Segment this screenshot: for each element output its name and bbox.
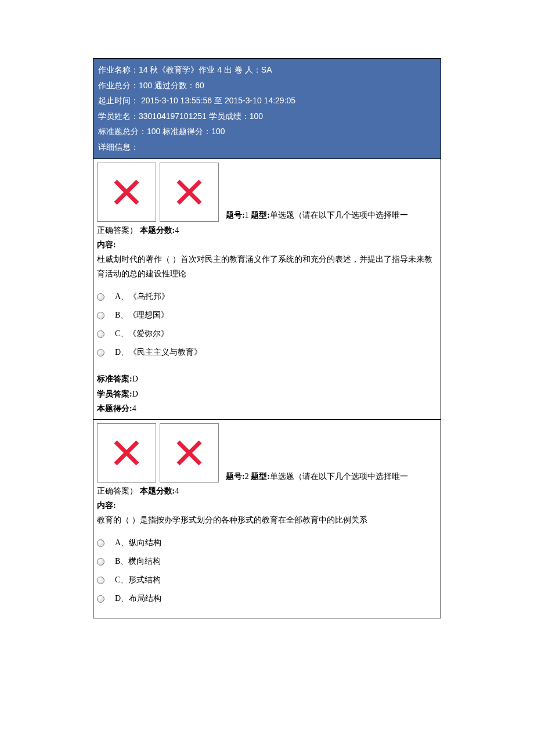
- stu-ans-label: 学员答案:: [97, 390, 132, 398]
- header-line-6: 详细信息：: [98, 139, 436, 155]
- qtype-text-part1: 单选题（请在以下几个选项中选择唯一: [270, 472, 408, 481]
- header-line-3: 起止时间： 2015-3-10 13:55:56 至 2015-3-10 14:…: [98, 93, 436, 109]
- qtype-label: 题型:: [249, 211, 270, 219]
- radio-icon: [97, 293, 104, 301]
- header-line-2: 作业总分：100 通过分数：60: [98, 78, 436, 93]
- content-text: 杜威划时代的著作（ ）首次对民主的教育涵义作了系统的和充分的表述，并提出了指导未…: [97, 252, 437, 281]
- qtype-text-part1: 单选题（请在以下几个选项中选择唯一: [270, 211, 408, 219]
- qscore: 4: [175, 226, 179, 235]
- question-meta-inline: 题号:2 题型:单选题（请在以下几个选项中选择唯一: [222, 469, 412, 484]
- option-label: B、横向结构: [115, 556, 161, 567]
- qscore: 4: [175, 487, 179, 495]
- image-row: 题号:2 题型:单选题（请在以下几个选项中选择唯一: [93, 420, 441, 484]
- option-label: D、《民主主义与教育》: [115, 347, 202, 358]
- assignment-container: 作业名称：14 秋《教育学》作业 4 出 卷 人：SA 作业总分：100 通过分…: [93, 58, 441, 618]
- assignment-header: 作业名称：14 秋《教育学》作业 4 出 卷 人：SA 作业总分：100 通过分…: [93, 59, 441, 159]
- content-label: 内容:: [97, 237, 437, 252]
- question-meta-wrap: 正确答案） 本题分数:4: [93, 223, 441, 237]
- options-list: A、《乌托邦》 B、《理想国》 C、《爱弥尔》 D、《民主主义与教育》: [93, 281, 441, 372]
- std-ans: D: [132, 375, 138, 383]
- question-content: 内容: 教育的（ ）是指按办学形式划分的各种形式的教育在全部教育中的比例关系: [93, 498, 441, 527]
- option-d[interactable]: D、布局结构: [97, 593, 437, 604]
- author-value: SA: [261, 65, 272, 74]
- image-row: 题号:1 题型:单选题（请在以下几个选项中选择唯一: [93, 159, 441, 223]
- qnum-label: 题号:: [226, 211, 245, 219]
- question-content: 内容: 杜威划时代的著作（ ）首次对民主的教育涵义作了系统的和充分的表述，并提出…: [93, 237, 441, 282]
- option-a[interactable]: A、纵向结构: [97, 538, 437, 548]
- broken-image-icon: [160, 163, 219, 222]
- question-block-1: 题号:1 题型:单选题（请在以下几个选项中选择唯一 正确答案） 本题分数:4 内…: [93, 159, 441, 419]
- option-label: C、形式结构: [115, 575, 161, 585]
- option-label: B、《理想国》: [115, 310, 169, 321]
- qscore-label: 本题分数:: [138, 226, 175, 235]
- radio-icon: [97, 577, 104, 584]
- qnum-label: 题号:: [226, 472, 245, 481]
- qtype-label: 题型:: [249, 472, 270, 481]
- header-line-5: 标准题总分：100 标准题得分：100: [98, 124, 436, 139]
- question-meta-wrap: 正确答案） 本题分数:4: [93, 484, 441, 498]
- radio-icon: [97, 539, 104, 547]
- qscore-label: 本题分数:: [138, 487, 175, 495]
- hw-name-value: 14 秋《教育学》作业 4: [139, 65, 222, 74]
- got-label: 本题得分:: [97, 404, 132, 413]
- option-label: A、纵向结构: [115, 538, 161, 548]
- question-block-2: 题号:2 题型:单选题（请在以下几个选项中选择唯一 正确答案） 本题分数:4 内…: [93, 419, 441, 618]
- header-line-4: 学员姓名：330104197101251 学员成绩：100: [98, 109, 436, 124]
- qtype-text-part2: 正确答案）: [97, 226, 138, 235]
- hw-name-label: 作业名称：: [98, 65, 139, 74]
- radio-icon: [97, 312, 104, 319]
- question-meta-inline: 题号:1 题型:单选题（请在以下几个选项中选择唯一: [222, 208, 412, 222]
- option-label: C、《爱弥尔》: [115, 329, 169, 339]
- option-c[interactable]: C、《爱弥尔》: [97, 329, 437, 339]
- got-score: 4: [132, 404, 136, 413]
- broken-image-icon: [97, 423, 156, 483]
- radio-icon: [97, 330, 104, 338]
- qnum: 1: [245, 211, 249, 219]
- header-line-1: 作业名称：14 秋《教育学》作业 4 出 卷 人：SA: [98, 62, 436, 78]
- std-ans-label: 标准答案:: [97, 375, 132, 383]
- radio-icon: [97, 558, 104, 566]
- author-label: 出 卷 人：: [222, 65, 261, 74]
- option-b[interactable]: B、《理想国》: [97, 310, 437, 321]
- option-d[interactable]: D、《民主主义与教育》: [97, 347, 437, 358]
- content-label: 内容:: [97, 498, 437, 513]
- qnum: 2: [245, 472, 249, 481]
- option-c[interactable]: C、形式结构: [97, 575, 437, 585]
- option-b[interactable]: B、横向结构: [97, 556, 437, 567]
- broken-image-icon: [160, 423, 219, 483]
- answers-block: 标准答案:D 学员答案:D 本题得分:4: [93, 372, 441, 419]
- radio-icon: [97, 595, 104, 603]
- radio-icon: [97, 349, 104, 357]
- option-label: D、布局结构: [115, 593, 161, 604]
- options-list: A、纵向结构 B、横向结构 C、形式结构 D、布局结构: [93, 527, 441, 618]
- content-text: 教育的（ ）是指按办学形式划分的各种形式的教育在全部教育中的比例关系: [97, 513, 437, 527]
- option-label: A、《乌托邦》: [115, 291, 169, 302]
- option-a[interactable]: A、《乌托邦》: [97, 291, 437, 302]
- broken-image-icon: [97, 163, 156, 222]
- stu-ans: D: [132, 390, 138, 398]
- qtype-text-part2: 正确答案）: [97, 487, 138, 495]
